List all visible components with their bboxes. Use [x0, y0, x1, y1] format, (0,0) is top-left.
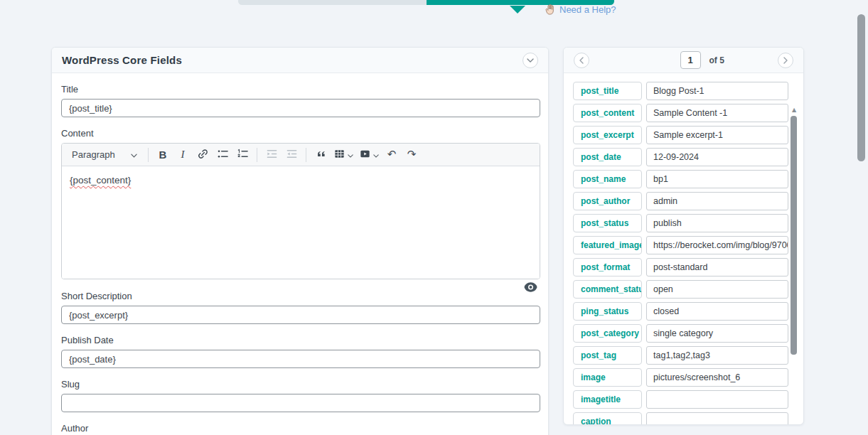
italic-button[interactable]: I — [173, 146, 192, 164]
content-editor: Paragraph B I — [61, 143, 540, 279]
field-value[interactable]: https://berocket.com/img/blog/97001e — [646, 236, 788, 254]
eye-icon[interactable] — [524, 282, 537, 294]
field-value[interactable]: open — [646, 280, 788, 299]
scrollbar-thumb[interactable] — [791, 116, 797, 355]
chevron-down-icon — [527, 58, 534, 63]
table-row: imagepictures/screenshot_6 — [573, 368, 803, 387]
field-chip[interactable]: ping_status — [573, 302, 642, 321]
field-value[interactable]: Blogg Post-1 — [646, 82, 788, 100]
field-chip[interactable]: post_category — [573, 324, 642, 343]
field-chip[interactable]: post_title — [573, 82, 642, 100]
field-chip[interactable]: comment_status — [573, 280, 642, 299]
field-chip[interactable]: caption — [573, 412, 642, 425]
chevron-down-icon — [348, 149, 353, 160]
table-row: post_excerptSample excerpt-1 — [573, 126, 803, 144]
field-chip[interactable]: post_date — [573, 148, 642, 166]
title-field-block: Title — [61, 84, 539, 117]
undo-button[interactable]: ↶ — [382, 146, 401, 164]
content-editor-body[interactable]: {post_content} — [62, 166, 540, 279]
field-chip[interactable]: post_status — [573, 214, 642, 232]
field-value[interactable]: 12-09-2024 — [646, 148, 788, 166]
publish-date-input[interactable] — [61, 350, 540, 368]
bulleted-list-button[interactable] — [213, 146, 232, 164]
bold-button[interactable]: B — [154, 146, 172, 164]
bulleted-list-icon — [217, 148, 229, 162]
field-value[interactable]: admin — [646, 192, 788, 210]
field-value[interactable] — [646, 412, 788, 425]
field-chip[interactable]: imagetitle — [573, 390, 642, 409]
collapse-panel-button[interactable] — [523, 53, 538, 68]
paragraph-select-label: Paragraph — [72, 149, 115, 160]
field-chip[interactable]: post_tag — [573, 346, 642, 365]
browser-scrollbar-thumb[interactable] — [857, 14, 865, 161]
author-field-block: Author — [61, 423, 539, 435]
field-chip[interactable]: post_name — [573, 170, 642, 188]
content-label: Content — [61, 128, 539, 139]
field-chip[interactable]: post_content — [573, 104, 642, 122]
table-row: imagetitle — [573, 390, 803, 409]
italic-icon: I — [181, 149, 185, 161]
field-value[interactable]: Sample Content -1 — [646, 104, 788, 122]
table-row: post_formatpost-standard — [573, 258, 803, 276]
field-chip[interactable]: image — [573, 368, 642, 387]
field-value[interactable]: single category — [646, 324, 788, 343]
media-button[interactable] — [357, 146, 381, 164]
blockquote-icon — [315, 148, 327, 162]
title-input[interactable] — [61, 99, 540, 117]
undo-icon: ↶ — [387, 149, 397, 160]
bold-icon: B — [159, 149, 167, 161]
hand-icon — [545, 3, 556, 16]
redo-icon: ↷ — [407, 149, 417, 160]
indent-button[interactable] — [282, 146, 301, 164]
table-row: post_tagtag1,tag2,tag3 — [573, 346, 803, 365]
table-row: featured_imagehttps://berocket.com/img/b… — [573, 236, 803, 254]
toolbar-divider — [306, 148, 306, 162]
help-link-label: Need a Help? — [559, 4, 616, 15]
short-description-field-block: Short Description — [61, 291, 539, 324]
link-button[interactable] — [193, 146, 212, 164]
field-value[interactable]: Sample excerpt-1 — [646, 126, 788, 144]
field-value[interactable]: closed — [646, 302, 788, 321]
paragraph-select[interactable]: Paragraph — [66, 146, 143, 164]
outdent-button[interactable] — [262, 146, 281, 164]
next-page-button[interactable] — [778, 53, 793, 68]
field-value[interactable]: pictures/screenshot_6 — [646, 368, 788, 387]
field-chip[interactable]: featured_image — [573, 236, 642, 254]
table-button[interactable] — [331, 146, 355, 164]
help-link[interactable]: Need a Help? — [545, 3, 616, 16]
redo-button[interactable]: ↷ — [402, 146, 421, 164]
title-label: Title — [61, 84, 539, 95]
short-description-input[interactable] — [61, 306, 540, 324]
slug-input[interactable] — [61, 394, 540, 412]
table-row: post_statuspublish — [573, 214, 803, 232]
table-row: comment_statusopen — [573, 280, 803, 299]
field-value[interactable] — [646, 390, 788, 409]
field-value[interactable]: tag1,tag2,tag3 — [646, 346, 788, 365]
field-chip[interactable]: post_excerpt — [573, 126, 642, 144]
browser-scrollbar[interactable] — [857, 0, 865, 435]
author-label: Author — [61, 423, 539, 434]
short-description-label: Short Description — [61, 291, 539, 302]
table-row: post_namebp1 — [573, 170, 803, 188]
field-value[interactable]: publish — [646, 214, 788, 232]
numbered-list-icon — [237, 148, 249, 162]
core-fields-panel: WordPress Core Fields Title Content Pa — [51, 47, 549, 435]
page-number-input[interactable] — [680, 51, 701, 69]
content-editor-text: {post_content} — [70, 175, 131, 186]
field-chip[interactable]: post_format — [573, 258, 642, 276]
scroll-up-icon[interactable]: ▲ — [790, 106, 798, 114]
numbered-list-button[interactable] — [233, 146, 252, 164]
field-value[interactable]: post-standard — [646, 258, 788, 276]
prev-page-button[interactable] — [574, 53, 589, 68]
field-value[interactable]: bp1 — [646, 170, 788, 188]
blockquote-button[interactable] — [311, 146, 330, 164]
chevron-right-icon — [783, 57, 788, 64]
panel-scrollbar[interactable]: ▲ ▼ — [790, 106, 798, 425]
table-row: caption — [573, 412, 803, 425]
field-chip[interactable]: post_author — [573, 192, 642, 210]
table-icon — [333, 148, 345, 162]
slug-label: Slug — [61, 379, 539, 390]
slug-field-block: Slug — [61, 379, 539, 412]
mapping-panel-pager: of 5 — [564, 48, 803, 73]
page: Need a Help? WordPress Core Fields Title… — [0, 0, 868, 435]
